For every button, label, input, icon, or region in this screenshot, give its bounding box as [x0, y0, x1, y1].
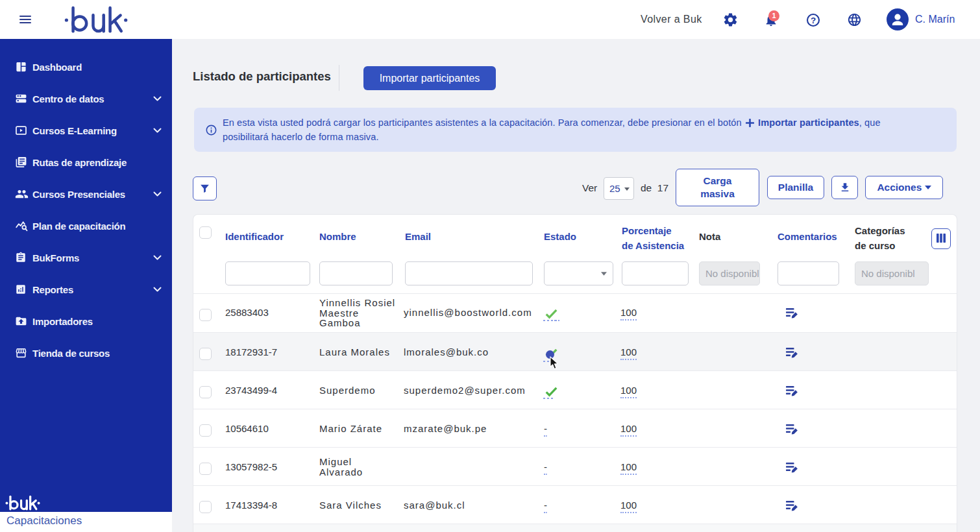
svg-text:?: ? — [811, 16, 816, 25]
